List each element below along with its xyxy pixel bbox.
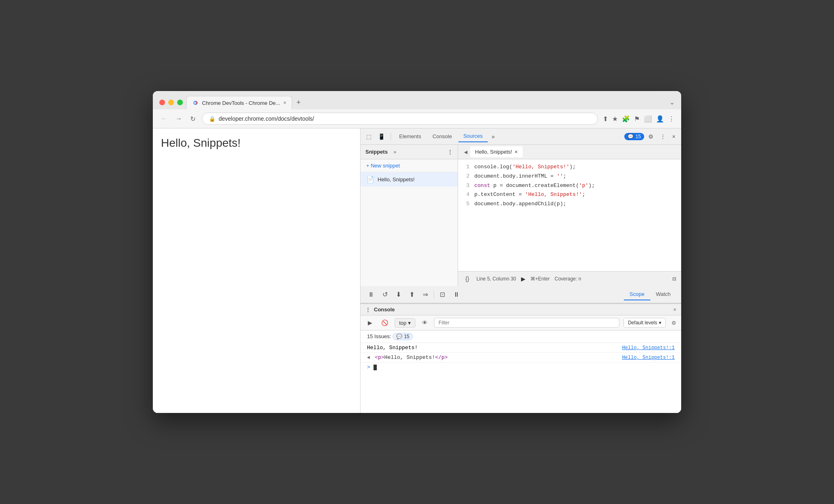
code-tab-title: Hello, Snippets! — [475, 149, 512, 155]
code-text: document.body.appendChild(p); — [474, 200, 566, 209]
devtools-more-icon[interactable]: ⋮ — [658, 131, 668, 142]
snippets-title: Snippets — [365, 149, 388, 155]
step-over-button[interactable]: ↺ — [380, 289, 390, 300]
node-text: <p>Hello, Snippets!</p> — [375, 354, 447, 361]
window-icon[interactable]: ⬜ — [644, 115, 652, 123]
back-button[interactable]: ← — [159, 113, 169, 124]
share-icon[interactable]: ⬆ — [603, 115, 608, 123]
devtools-settings-icon[interactable]: ⚙ — [646, 131, 656, 142]
console-title: Console — [374, 306, 395, 313]
maximize-button[interactable] — [177, 100, 183, 105]
run-shortcut: ⌘+Enter — [530, 276, 550, 282]
issues-badge[interactable]: 💬 15 — [624, 133, 644, 140]
console-log-line: Hello, Snippets! Hello, Snippets!:1 — [361, 343, 681, 353]
format-icon[interactable]: {} — [463, 273, 471, 285]
code-tab-active[interactable]: Hello, Snippets! × — [470, 146, 523, 157]
tab-title: Chrome DevTools - Chrome De... — [202, 100, 280, 106]
snippets-more-icon[interactable]: » — [391, 148, 399, 156]
url-bar[interactable]: 🔒 developer.chrome.com/docs/devtools/ — [202, 113, 598, 125]
status-bar: {} Line 5, Column 30 ▶ ⌘+Enter Coverage:… — [458, 271, 681, 286]
issues-label: 15 Issues: — [367, 333, 391, 339]
console-block-icon[interactable]: 🚫 — [379, 318, 391, 328]
inspect-element-icon[interactable]: ⬚ — [364, 131, 374, 142]
code-line-2: 2 document.body.innerHTML = ''; — [458, 172, 681, 181]
tab-watch[interactable]: Watch — [650, 289, 676, 300]
issues-badge-icon: 💬 — [396, 334, 402, 339]
levels-dropdown-icon: ▾ — [659, 320, 661, 326]
extensions-icon[interactable]: 🧩 — [622, 115, 630, 123]
snippets-header: Snippets » ⋮ — [361, 145, 458, 159]
reload-button[interactable]: ↻ — [189, 113, 197, 124]
code-tab-close-icon[interactable]: × — [515, 149, 518, 155]
log-source[interactable]: Hello, Snippets!:1 — [622, 345, 675, 351]
step-into-button[interactable]: ⬇ — [393, 289, 404, 300]
snippet-name: Hello, Snippets! — [378, 176, 415, 182]
code-text: document.body.innerHTML = ''; — [474, 172, 566, 181]
browser-window: Chrome DevTools - Chrome De... × + ⌄ ← →… — [153, 91, 681, 413]
line-number: 2 — [463, 172, 469, 181]
close-button[interactable] — [159, 100, 165, 105]
lock-icon: 🔒 — [209, 116, 215, 122]
code-line-3: 3 const p = document.createElement('p'); — [458, 181, 681, 191]
more-tabs-icon[interactable]: » — [489, 131, 497, 142]
tab-elements[interactable]: Elements — [394, 131, 426, 142]
step-out-button[interactable]: ⬆ — [407, 289, 417, 300]
tab-close-icon[interactable]: × — [283, 100, 286, 106]
console-execute-icon[interactable]: ▶ — [365, 318, 375, 328]
line-number: 3 — [463, 182, 469, 190]
toolbar-separator — [391, 133, 391, 141]
menu-icon[interactable]: ⋮ — [668, 115, 675, 123]
step-next-button[interactable]: ⇒ — [420, 289, 430, 300]
browser-tab[interactable]: Chrome DevTools - Chrome De... × — [186, 96, 292, 109]
console-cursor[interactable] — [374, 364, 377, 370]
run-icon[interactable]: ▶ — [521, 276, 526, 282]
console-node-line: ◄ <p>Hello, Snippets!</p> Hello, Snippet… — [361, 353, 681, 363]
tab-sources[interactable]: Sources — [458, 130, 488, 142]
console-prompt: > — [367, 364, 370, 370]
tab-chevron[interactable]: ⌄ — [669, 98, 675, 109]
new-tab-button[interactable]: + — [292, 96, 305, 109]
log-text: Hello, Snippets! — [367, 345, 418, 351]
console-context-selector[interactable]: top ▾ — [395, 318, 415, 328]
expand-icon[interactable]: ⊟ — [672, 276, 676, 282]
devtools-close-icon[interactable]: × — [670, 131, 678, 142]
snippet-item[interactable]: 📄 Hello, Snippets! — [361, 172, 458, 187]
node-source[interactable]: Hello, Snippets!:1 — [622, 355, 675, 361]
code-tab-bar: ◄ Hello, Snippets! × — [458, 145, 681, 159]
forward-button[interactable]: → — [174, 113, 184, 124]
node-arrow: ◄ — [367, 355, 370, 361]
minimize-button[interactable] — [168, 100, 174, 105]
console-more-icon[interactable]: ⋮ — [365, 306, 371, 313]
tab-bar: Chrome DevTools - Chrome De... × + ⌄ — [186, 96, 675, 109]
console-eye-icon[interactable]: 👁 — [419, 318, 430, 328]
breakpoints-icon[interactable]: ⊡ — [437, 289, 447, 300]
new-snippet-label: + New snippet — [366, 163, 400, 169]
traffic-lights — [159, 100, 183, 109]
device-toolbar-icon[interactable]: 📱 — [376, 131, 387, 142]
console-levels-dropdown[interactable]: Default levels ▾ — [623, 318, 666, 328]
cursor-position: Line 5, Column 30 — [476, 276, 516, 282]
console-filter-input[interactable] — [434, 318, 619, 328]
tab-console[interactable]: Console — [428, 131, 457, 142]
badge-count: 15 — [635, 134, 641, 139]
bookmark-icon[interactable]: ★ — [612, 115, 618, 123]
flag-icon[interactable]: ⚑ — [634, 115, 640, 123]
line-number: 5 — [463, 200, 469, 209]
pause-button[interactable]: ⏸ — [365, 289, 377, 300]
code-panel: ◄ Hello, Snippets! × 1 console.log('Hell… — [458, 145, 681, 286]
tab-scope[interactable]: Scope — [624, 289, 650, 300]
snippets-menu-icon[interactable]: ⋮ — [447, 149, 453, 155]
issues-bar: 15 Issues: 💬 15 — [361, 330, 681, 343]
pause2-icon[interactable]: ⏸ — [451, 289, 462, 300]
new-snippet-button[interactable]: + New snippet — [361, 159, 458, 172]
console-input-line[interactable]: > — [361, 363, 681, 372]
chrome-icon — [192, 100, 199, 106]
console-gear-icon[interactable]: ⚙ — [671, 320, 676, 326]
profile-icon[interactable]: 👤 — [656, 115, 664, 123]
context-label: top — [399, 320, 406, 326]
back-btn-icon[interactable]: ◄ — [461, 147, 470, 157]
issues-count-badge[interactable]: 💬 15 — [393, 333, 413, 340]
code-line-4: 4 p.textContent = 'Hello, Snippets!'; — [458, 190, 681, 200]
code-text: p.textContent = 'Hello, Snippets!'; — [474, 191, 585, 199]
console-close-icon[interactable]: × — [673, 306, 676, 313]
